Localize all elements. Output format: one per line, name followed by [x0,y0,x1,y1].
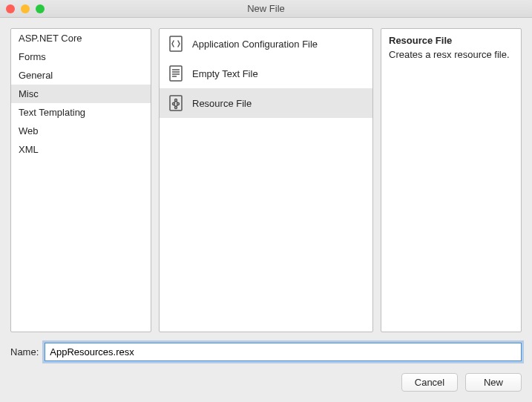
svg-line-12 [176,102,178,103]
button-row: Cancel New [10,372,522,392]
category-item-xml[interactable]: XML [11,140,151,159]
minimize-icon[interactable] [21,4,30,13]
panels: ASP.NET Core Forms General Misc Text Tem… [10,28,522,332]
maximize-icon[interactable] [36,4,45,13]
template-label: Resource File [192,98,252,109]
category-item-misc[interactable]: Misc [11,85,151,103]
description-title: Resource File [389,35,513,46]
template-item-app-config[interactable]: Application Configuration File [160,29,372,59]
description-text: Creates a resx resource file. [389,49,513,60]
category-item-aspnet-core[interactable]: ASP.NET Core [11,29,151,47]
category-item-text-templating[interactable]: Text Templating [11,103,151,122]
svg-point-9 [177,103,180,105]
text-file-icon [167,65,185,82]
svg-line-14 [176,105,178,107]
close-icon[interactable] [6,4,15,13]
content: ASP.NET Core Forms General Misc Text Tem… [0,18,532,402]
category-item-general[interactable]: General [11,66,151,85]
template-panel: Application Configuration File Empty Tex… [159,28,373,332]
config-file-icon [167,35,185,53]
svg-line-13 [174,105,176,107]
svg-point-10 [175,107,177,109]
svg-line-11 [174,102,176,103]
new-button[interactable]: New [465,373,522,392]
template-item-empty-text[interactable]: Empty Text File [160,59,372,88]
name-row: Name: [10,343,522,361]
template-item-resource[interactable]: Resource File [160,88,372,118]
name-label: Name: [10,346,39,357]
cancel-button[interactable]: Cancel [401,373,458,392]
svg-point-8 [173,103,175,105]
svg-point-7 [175,99,177,102]
description-panel: Resource File Creates a resx resource fi… [381,28,522,332]
name-input[interactable] [45,343,522,361]
category-item-web[interactable]: Web [11,122,151,140]
category-item-forms[interactable]: Forms [11,47,151,66]
svg-rect-1 [170,66,182,81]
titlebar: New File [0,0,532,18]
window-title: New File [0,3,532,14]
template-label: Application Configuration File [192,39,318,50]
traffic-lights [6,4,45,13]
template-label: Empty Text File [192,68,258,79]
resource-file-icon [167,94,185,112]
category-panel: ASP.NET Core Forms General Misc Text Tem… [10,28,151,332]
